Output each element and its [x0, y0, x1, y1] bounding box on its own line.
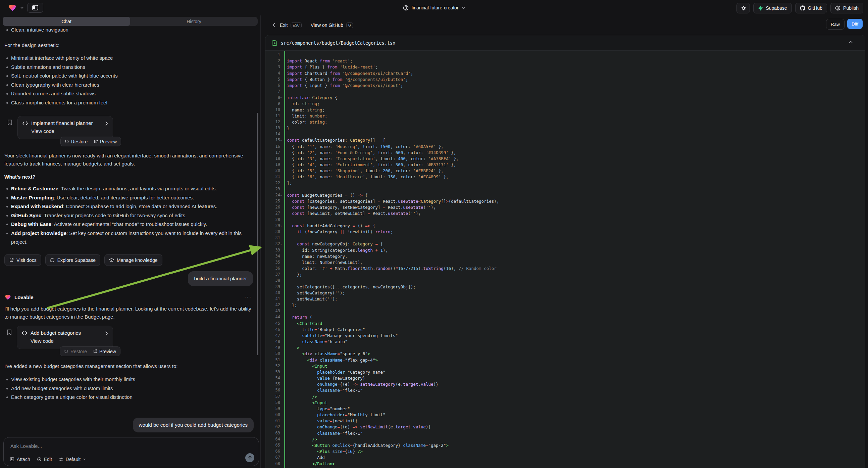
list-item: Debug with Ease: Activate our experiment… [4, 220, 256, 229]
chevron-up-icon[interactable] [848, 40, 853, 43]
chevron-down-icon[interactable] [20, 6, 24, 9]
intro-list: Clean, intuitive navigation [4, 26, 256, 35]
settings-button[interactable] [737, 3, 750, 13]
code-line: 20 { id: '5', name: 'Shopping', limit: 2… [266, 168, 865, 174]
project-menu[interactable]: financial-future-creator [403, 0, 465, 16]
prompt-input[interactable]: Ask Lovable... Attach Edit Default [3, 437, 259, 466]
restore-button[interactable]: Restore [64, 349, 87, 354]
restore-button[interactable]: Restore [65, 139, 88, 144]
assistant-name: Lovable [14, 294, 34, 300]
external-link-icon [94, 139, 98, 144]
fold-chevron-icon[interactable]: ⌄ [280, 138, 282, 141]
send-button[interactable] [245, 453, 254, 462]
manage-knowledge-button[interactable]: Manage knowledge [104, 254, 162, 266]
code-line: 15⌄const defaultCategories: Category[] =… [266, 137, 865, 143]
code-line: 55 onChange={(e) => setNewCategory(e.tar… [266, 381, 865, 387]
code-line: 53 placeholder="Category name" [266, 369, 865, 375]
list-item: Rounded corners and subtle shadows [4, 89, 256, 98]
file-header[interactable]: src/components/budget/BudgetCategories.t… [266, 35, 865, 51]
exit-button[interactable]: Exit ESC [273, 23, 302, 28]
publish-label: Publish [843, 5, 859, 11]
code-line: 35 limit: Number(newLimit), [266, 260, 865, 266]
more-options-icon[interactable]: ··· [244, 294, 252, 300]
github-button[interactable]: GitHub [795, 3, 828, 13]
code-lines: 12import React from 'react';3import { Pl… [266, 52, 865, 467]
code-line: 12 color: string; [266, 119, 865, 125]
publish-button[interactable]: Publish [830, 3, 863, 13]
code-line: 44 return ( [266, 314, 865, 320]
code-line: 57 /> [266, 394, 865, 400]
app-window: financial-future-creator Supabase GitHub… [0, 0, 868, 468]
lovable-logo-icon[interactable] [8, 4, 17, 12]
external-link-icon [9, 258, 14, 263]
list-item: Add new budget categories with custom li… [4, 384, 256, 393]
code-line: 23 [266, 186, 865, 193]
view-on-github-button[interactable]: View on GitHub G [311, 23, 353, 28]
code-line: 64 /> [266, 436, 865, 442]
edit-mode-button[interactable]: Edit [37, 457, 52, 462]
code-line: 10 name: string; [266, 107, 865, 113]
visit-docs-button[interactable]: Visit docs [4, 254, 41, 266]
code-line: 47 subtitle="Manage your spending limits… [266, 333, 865, 339]
chat-bubble-icon [50, 258, 55, 263]
version-card-add-budget[interactable]: Add budget categories View code [17, 326, 113, 349]
toggle-sidebar-button[interactable] [27, 3, 43, 13]
chevron-down-icon [83, 458, 86, 460]
list-item: Each category gets a unique color for vi… [4, 393, 256, 402]
tab-history[interactable]: History [130, 17, 258, 26]
code-line: 17 { id: '2', name: 'Food & Dining', lim… [266, 150, 865, 156]
diff-toggle-button[interactable]: Diff [847, 19, 863, 29]
prompt-placeholder: Ask Lovable... [10, 443, 42, 449]
code-line: 24⌄const BudgetCategories = () => { [266, 193, 865, 198]
view-code-link[interactable]: View code [31, 338, 113, 344]
image-icon [10, 457, 14, 462]
version-card-implement[interactable]: Implement financial planner View code [18, 116, 113, 139]
code-line: 46 title="Budget Categories" [266, 327, 865, 333]
attach-button[interactable]: Attach [10, 457, 30, 462]
bookmark-icon[interactable] [7, 329, 12, 335]
code-icon [23, 121, 28, 125]
code-line: 4import ChartCard from '@/components/ui/… [266, 70, 865, 77]
supabase-button[interactable]: Supabase [753, 3, 792, 13]
code-line: 11 limit: number; [266, 113, 865, 119]
preview-button[interactable]: Preview [94, 139, 117, 144]
raw-toggle-button[interactable]: Raw [826, 19, 844, 30]
tab-chat[interactable]: Chat [3, 17, 130, 26]
supabase-label: Supabase [766, 5, 787, 11]
chat-scrollbar[interactable] [257, 113, 258, 355]
code-line: 50 <div className="space-y-6"> [266, 351, 865, 357]
external-link-icon [93, 349, 97, 353]
explore-supabase-button[interactable]: Explore Supabase [45, 254, 100, 266]
sliders-icon [59, 457, 63, 462]
bookmark-icon[interactable] [7, 119, 12, 125]
lovable-heart-icon [4, 294, 11, 300]
assistant-header: Lovable [4, 294, 34, 300]
list-item: Refine & Customize: Tweak the design, an… [4, 184, 256, 194]
mode-selector[interactable]: Default [59, 457, 86, 462]
code-line: 18 { id: '3', name: 'Transportation', li… [266, 156, 865, 162]
code-line: 43 [266, 308, 865, 314]
restore-preview-pill: Restore Preview [60, 347, 120, 356]
fold-chevron-icon[interactable]: ⌄ [280, 242, 282, 245]
code-line: 1 [266, 52, 865, 58]
fold-chevron-icon[interactable]: ⌄ [280, 224, 282, 227]
chevron-right-icon[interactable] [105, 331, 108, 336]
list-item: Add project knowledge: Set key context o… [4, 229, 256, 247]
code-line: 63 className="flex-1" [266, 430, 865, 436]
target-icon [37, 457, 41, 462]
preview-button[interactable]: Preview [93, 349, 116, 354]
code-line: 52 <Input [266, 363, 865, 369]
chevron-right-icon[interactable] [105, 121, 108, 126]
code-line: 62 onChange={(e) => setNewLimit(e.target… [266, 424, 865, 430]
code-line: 49 > [266, 345, 865, 351]
code-line: 67 Add [266, 455, 865, 461]
code-line: 9 id: string; [266, 101, 865, 107]
added-list: View existing budget categories with the… [4, 375, 256, 402]
whats-next-heading: What's next? [4, 174, 256, 180]
fold-chevron-icon[interactable]: ⌄ [280, 193, 282, 196]
esc-shortcut-badge: ESC [290, 23, 302, 28]
fold-chevron-icon[interactable]: ⌄ [280, 95, 282, 99]
user-message: would be cool if you could add budget ca… [133, 418, 254, 432]
view-code-link[interactable]: View code [31, 128, 113, 134]
restore-preview-pill: Restore Preview [60, 137, 121, 146]
